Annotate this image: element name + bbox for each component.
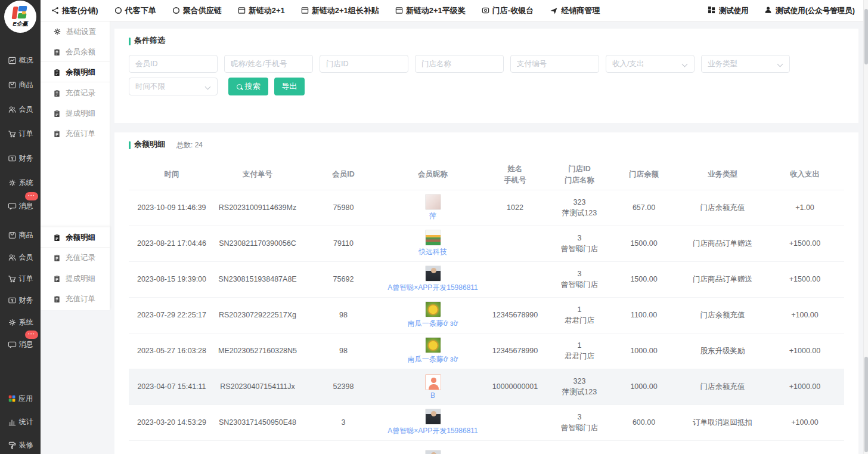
cell-balance (608, 440, 680, 454)
message-badge: ··· (25, 192, 38, 200)
member-nickname-link[interactable]: A曾智聪×APP开发15986811 (388, 426, 478, 436)
members-icon (8, 253, 17, 262)
submenu-item-basic-settings[interactable]: 基础设置 (41, 22, 110, 41)
clipboard-icon (53, 295, 61, 303)
nav-item-liandong-pingji[interactable]: 新链动2+1平级奖 (395, 5, 466, 16)
nickname-input[interactable] (224, 55, 313, 73)
nav-item-cashier[interactable]: 门店-收银台 (482, 5, 534, 16)
nav-item-liandong[interactable]: 新链动2+1 (238, 5, 285, 16)
inout-select[interactable]: 收入/支出 (606, 55, 695, 73)
sidebar-item-decorate[interactable]: 装修 (0, 438, 41, 452)
search-icon (237, 84, 242, 89)
scrollbar[interactable] (863, 0, 868, 454)
cell-store: 323萍测试123 (551, 369, 608, 404)
chevron-down-icon (205, 84, 211, 90)
table-row-highlighted: 2023-04-07 15:41:11 RS20230407154111Jx 5… (129, 369, 844, 404)
col-name-phone: 姓名手机号 (479, 160, 551, 190)
sidebar-item-orders-2[interactable]: 订单 (0, 272, 41, 285)
sidebar-item-finance-2[interactable]: 财务 (0, 294, 41, 307)
scrollbar-thumb[interactable] (864, 9, 868, 64)
cell-time: 2023-05-27 16:03:28 (129, 333, 215, 369)
member-nickname-link[interactable]: 萍 (429, 211, 436, 221)
cell-pay-no: SN2303171450950E48 (215, 404, 300, 440)
chevron-down-icon (777, 61, 783, 67)
window-icon (395, 7, 403, 14)
cell-biz-type: 订单取消返回抵扣 (680, 404, 765, 440)
cell-amount: +1000.00 (765, 369, 844, 404)
pay-no-input[interactable] (510, 55, 599, 73)
sidebar-item-messages-2[interactable]: 消息 (0, 338, 41, 351)
sidebar-item-orders[interactable]: 订单 (0, 127, 41, 140)
nav-item-dealer[interactable]: 经销商管理 (550, 5, 600, 16)
member-nickname-link[interactable]: 南瓜一条藤ớ ɜờ (408, 319, 458, 329)
cell-nickname: 快远科技 (386, 226, 479, 261)
cell-phone: 12345678990 (479, 297, 551, 333)
time-range-select[interactable]: 时间不限 (129, 78, 218, 95)
member-nickname-link[interactable]: 南瓜一条藤ớ ɜờ (408, 354, 458, 365)
sidebar-item-members-2[interactable]: 会员 (0, 251, 41, 264)
topbar: 推客(分销) 代客下单 聚合供应链 新链动2+1 新链动2+1组长补贴 新链动2… (41, 0, 863, 21)
clipboard-icon (53, 254, 61, 262)
member-avatar (425, 374, 441, 390)
cell-phone: 10000000001 (479, 369, 551, 404)
member-nickname-link[interactable]: 快远科技 (418, 247, 447, 257)
store-name-input[interactable] (415, 55, 504, 73)
sidebar-item-system[interactable]: 系统 (0, 176, 41, 189)
secondary-sidebar: 基础设置 会员余额 余额明细 充值记录 提成明细 充值订单 (41, 21, 110, 227)
submenu-item-recharge-records[interactable]: 充值记录 (41, 84, 110, 103)
store-id-input[interactable] (320, 55, 408, 73)
cell-amount: +100.00 (765, 297, 844, 333)
sidebar-item-goods[interactable]: 商品 (0, 78, 41, 91)
message-icon (8, 202, 17, 211)
submenu2-item-balance-detail[interactable]: 余额明细 (41, 228, 110, 247)
section-accent-bar (129, 38, 131, 45)
account-menu[interactable]: 测试使用(公众号管理员) (764, 6, 855, 16)
submenu-item-member-balance[interactable]: 会员余额 (41, 42, 110, 61)
member-nickname-link[interactable]: A曾智聪×APP开发15986811 (388, 283, 478, 293)
col-in-out: 收入支出 (765, 160, 844, 190)
sidebar-item-stats[interactable]: 统计 (0, 415, 41, 428)
sidebar-item-apps[interactable]: 应用 (0, 392, 41, 405)
sidebar-item-messages[interactable]: 消息 (0, 199, 41, 212)
user-icon (764, 6, 772, 16)
submenu2-item-recharge-orders[interactable]: 充值订单 (41, 289, 110, 308)
scrollbar-thumb-inner[interactable] (864, 357, 868, 452)
cell-store: 3曾智聪门店 (551, 404, 608, 440)
nav-item-daike[interactable]: 代客下单 (114, 5, 156, 16)
settings-icon (53, 27, 61, 36)
workspace-switcher[interactable]: 测试使用 (708, 6, 749, 16)
cell-member-id: 52398 (300, 369, 386, 404)
member-id-input[interactable] (129, 55, 218, 73)
sidebar-item-system-2[interactable]: 系统 (0, 316, 41, 329)
submenu2-item-commission-detail[interactable]: 提成明细 (41, 269, 110, 288)
cell-nickname: 南瓜一条藤ớ ɜờ (386, 297, 479, 333)
app-logo[interactable]: E企赢 (4, 1, 36, 33)
sidebar-item-finance[interactable]: 财务 (0, 152, 41, 165)
search-button[interactable]: 搜索 (228, 78, 268, 95)
submenu-item-balance-detail[interactable]: 余额明细 (41, 63, 110, 82)
nav-item-liandong-buTie[interactable]: 新链动2+1组长补贴 (301, 5, 379, 16)
export-button[interactable]: 导出 (274, 78, 305, 95)
member-avatar (425, 301, 441, 317)
member-avatar (425, 194, 441, 210)
member-nickname-link[interactable]: B (430, 391, 435, 400)
sidebar-item-goods-2[interactable]: 商品 (0, 228, 41, 242)
clipboard-icon (53, 48, 61, 56)
cell-balance: 1100.00 (608, 297, 680, 333)
nav-item-tuike[interactable]: 推客(分销) (51, 5, 98, 16)
system-icon (8, 318, 17, 327)
submenu-item-recharge-orders[interactable]: 充值订单 (41, 124, 110, 143)
cell-amount: +1000.00 (765, 333, 844, 369)
biz-type-select[interactable]: 业务类型 (701, 55, 790, 73)
member-avatar (425, 337, 441, 353)
cell-pay-no: SN2308151938487A8E (215, 261, 300, 297)
submenu2-item-recharge-records[interactable]: 充值记录 (41, 248, 110, 267)
finance-icon (8, 154, 17, 163)
cell-store: 1君君门店 (551, 297, 608, 333)
sidebar-item-overview[interactable]: 概况 (0, 54, 41, 67)
sidebar-item-members[interactable]: 会员 (0, 103, 41, 116)
submenu-item-commission-detail[interactable]: 提成明细 (41, 104, 110, 123)
col-nickname: 会员昵称 (386, 160, 479, 190)
filter-panel: 条件筛选 收入/支出 业务类型 时间不限 搜索 导出 (114, 29, 858, 123)
nav-item-supply[interactable]: 聚合供应链 (172, 5, 222, 16)
